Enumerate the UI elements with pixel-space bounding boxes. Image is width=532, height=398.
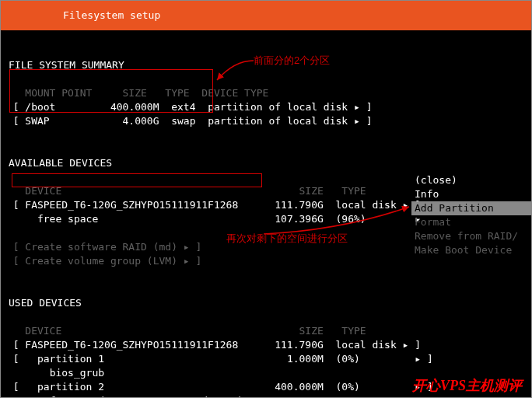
file-system-summary-title: FILE SYSTEM SUMMARY [1,59,124,71]
used-disk-row[interactable]: [ FASPEED_T6-120G_SZHYPO15111911F1268 11… [1,339,421,351]
context-menu: (close) Info Add Partition Format Remove… [411,173,532,257]
used-partition-2[interactable]: [ partition 2 400.000M (0%) ▸ ] [1,381,433,393]
summary-columns: MOUNT POINT SIZE TYPE [1,87,190,99]
create-lvm-row[interactable]: [ Create volume group (LVM) ▸ ] [1,255,201,267]
used-columns: DEVICE SIZE TYPE [1,325,366,337]
watermark: 开心VPS主机测评 [412,379,522,393]
used-partition-2-desc: formatted as ext4, mounted at /boot [1,395,263,398]
window-header: Filesystem setup [1,1,531,30]
menu-format: Format [411,215,532,229]
menu-remove-raid: Remove from RAID/ [411,229,532,243]
summary-row-swap[interactable]: [ SWAP 4.000G swap partition of local di… [1,115,372,127]
summary-row-boot[interactable]: [ /boot 400.000M ext4 partition of local… [1,101,372,113]
available-columns: DEVICE SIZE TYPE [1,185,366,197]
menu-close[interactable]: (close) [411,173,532,187]
window-title: Filesystem setup [63,9,160,23]
available-disk-row[interactable]: [ FASPEED_T6-120G_SZHYPO15111911F1268 11… [1,199,439,211]
create-raid-row[interactable]: [ Create software RAID (md) ▸ ] [1,241,201,253]
used-partition-1[interactable]: [ partition 1 1.000M (0%) ▸ ] [1,353,433,365]
used-devices-title: USED DEVICES [1,297,82,309]
available-free-row[interactable]: free space 107.396G (96%) ▸ [1,213,421,225]
available-devices-title: AVAILABLE DEVICES [1,157,112,169]
used-partition-1-desc: bios_grub [1,367,104,379]
menu-info[interactable]: Info [411,187,532,201]
menu-add-partition[interactable]: Add Partition [411,201,532,215]
menu-make-boot: Make Boot Device [411,243,532,257]
